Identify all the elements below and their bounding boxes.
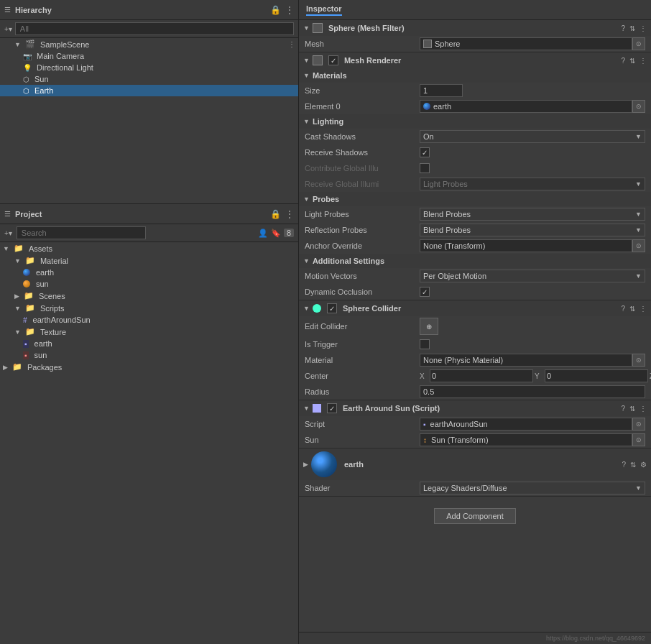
contribute-gi-checkbox[interactable] [420, 163, 430, 173]
script-settings[interactable]: ⇅ [629, 405, 635, 413]
project-item-texture[interactable]: ▼ 📁 Texture [0, 326, 298, 338]
hierarchy-item-maincamera[interactable]: 📷 Main Camera [0, 50, 298, 62]
hierarchy-menu-icon[interactable]: ⋮ [285, 5, 294, 15]
size-label: Size [305, 86, 420, 95]
anchor-override-target[interactable]: ⊙ [632, 239, 645, 252]
collider-toggle[interactable] [327, 303, 337, 313]
probes-section[interactable]: ▼ Probes [299, 192, 651, 206]
material-help[interactable]: ? [622, 461, 626, 469]
script-help[interactable]: ? [621, 405, 625, 413]
project-item-assets[interactable]: ▼ 📁 Assets [0, 242, 298, 254]
mesh-filter-settings[interactable]: ⇅ [629, 24, 635, 32]
center-x-label: X [420, 372, 428, 380]
collider-material-field[interactable]: None (Physic Material) [420, 354, 632, 367]
project-badge: 8 [284, 229, 294, 237]
project-item-scenes[interactable]: ▶ 📁 Scenes [0, 290, 298, 302]
inspector-tab[interactable]: Inspector [306, 4, 342, 16]
add-component-button[interactable]: Add Component [434, 508, 516, 524]
materials-section[interactable]: ▼ Materials [299, 68, 651, 83]
project-icon1[interactable]: 👤 [258, 229, 268, 238]
project-add-button[interactable]: +▾ [4, 229, 12, 237]
hierarchy-item-sun[interactable]: ⬡ Sun [0, 73, 298, 85]
project-item-scripts[interactable]: ▼ 📁 Scripts [0, 302, 298, 314]
mesh-value-field[interactable]: Sphere [420, 37, 632, 50]
motion-vectors-arrow: ▼ [635, 272, 642, 280]
lighting-section[interactable]: ▼ Lighting [299, 114, 651, 129]
project-item-packages[interactable]: ▶ 📁 Packages [0, 361, 298, 373]
reflection-probes-arrow: ▼ [635, 226, 642, 234]
project-item-sun-material[interactable]: sun [0, 278, 298, 290]
script-menu[interactable]: ⋮ [640, 405, 647, 413]
hierarchy-search-input[interactable] [15, 22, 294, 35]
project-item-earth-texture[interactable]: ▪ earth [0, 338, 298, 349]
mesh-renderer-toggle[interactable] [328, 55, 338, 65]
cast-shadows-dropdown[interactable]: On ▼ [420, 130, 645, 143]
dynamic-occlusion-checkbox[interactable] [420, 287, 430, 297]
sun-target[interactable]: ⊙ [632, 433, 645, 446]
shader-value: Legacy Shaders/Diffuse [423, 484, 507, 492]
center-y-field[interactable] [545, 369, 648, 382]
reflection-probes-dropdown[interactable]: Blend Probes ▼ [420, 224, 645, 236]
hierarchy-item-earth[interactable]: ⬡ Earth [0, 85, 298, 96]
element0-target[interactable]: ⊙ [632, 100, 645, 113]
edit-collider-button[interactable]: ⊕ [420, 318, 438, 335]
shader-label: Shader [305, 484, 420, 492]
collider-material-prop: Material None (Physic Material) ⊙ [299, 352, 651, 368]
is-trigger-checkbox[interactable] [420, 339, 430, 349]
hierarchy-item-samplescene[interactable]: ▼ 🎬 SampleScene ⋮ [0, 38, 298, 50]
radius-label: Radius [305, 387, 420, 396]
mesh-renderer-menu[interactable]: ⋮ [640, 57, 647, 65]
element0-field[interactable]: earth [420, 100, 632, 113]
sphere-collider-header[interactable]: ▼ Sphere Collider ? ⇅ ⋮ [299, 300, 651, 316]
motion-vectors-dropdown[interactable]: Per Object Motion ▼ [420, 270, 645, 282]
collider-help[interactable]: ? [621, 305, 625, 313]
project-item-sun-texture[interactable]: ▪ sun [0, 349, 298, 361]
mesh-filter-title: Sphere (Mesh Filter) [328, 24, 619, 32]
additional-settings-section[interactable]: ▼ Additional Settings [299, 254, 651, 268]
hierarchy-lock-icon[interactable]: 🔒 [270, 5, 281, 15]
collider-material-target[interactable]: ⊙ [632, 354, 645, 367]
hierarchy-item-directionallight[interactable]: 💡 Directional Light [0, 62, 298, 73]
shader-prop: Shader Legacy Shaders/Diffuse ▼ [299, 480, 651, 496]
receive-gi-prop: Receive Global Illumi Light Probes ▼ [299, 176, 651, 192]
mesh-renderer-header[interactable]: ▼ Mesh Renderer ? ⇅ ⋮ [299, 52, 651, 68]
script-toggle[interactable] [327, 403, 337, 413]
reflection-probes-prop: Reflection Probes Blend Probes ▼ [299, 222, 651, 238]
anchor-override-field[interactable]: None (Transform) [420, 239, 632, 252]
project-menu-icon[interactable]: ⋮ [285, 209, 294, 219]
project-lock-icon[interactable]: 🔒 [270, 209, 281, 219]
inspector-content: ▼ Sphere (Mesh Filter) ? ⇅ ⋮ Mesh Sphere… [299, 20, 651, 632]
mesh-filter-header[interactable]: ▼ Sphere (Mesh Filter) ? ⇅ ⋮ [299, 20, 651, 36]
bottom-bar: https://blog.csdn.net/qq_46649692 [299, 632, 651, 644]
script-target[interactable]: ⊙ [632, 418, 645, 431]
project-item-material[interactable]: ▼ 📁 Material [0, 254, 298, 267]
receive-gi-dropdown[interactable]: Light Probes ▼ [420, 178, 645, 190]
light-probes-label: Light Probes [305, 210, 420, 218]
project-item-earth-material[interactable]: earth [0, 267, 298, 278]
script-field[interactable]: ▪ earthAroundSun [420, 418, 632, 431]
anchor-override-prop: Anchor Override None (Transform) ⊙ [299, 238, 651, 254]
material-settings[interactable]: ⇅ [630, 461, 636, 469]
mesh-filter-menu[interactable]: ⋮ [640, 24, 647, 32]
collider-settings[interactable]: ⇅ [629, 305, 635, 313]
sun-field[interactable]: ↕ Sun (Transform) [420, 433, 632, 446]
center-x-field[interactable] [430, 369, 533, 382]
project-icon2[interactable]: 🔖 [271, 229, 281, 238]
light-probes-dropdown[interactable]: Blend Probes ▼ [420, 208, 645, 221]
project-search-input[interactable] [17, 226, 146, 239]
shader-dropdown[interactable]: Legacy Shaders/Diffuse ▼ [420, 482, 645, 494]
mesh-renderer-help[interactable]: ? [621, 57, 625, 65]
earth-script-header[interactable]: ▼ Earth Around Sun (Script) ? ⇅ ⋮ [299, 400, 651, 416]
mesh-filter-help[interactable]: ? [621, 24, 625, 32]
material-gear[interactable]: ⚙ [640, 461, 647, 469]
edit-collider-icon: ⊕ [426, 323, 432, 331]
size-field[interactable] [420, 84, 463, 97]
mesh-target-btn[interactable]: ⊙ [632, 37, 645, 50]
radius-field[interactable] [420, 385, 645, 398]
earth-material-header[interactable]: ▶ earth ? ⇅ ⚙ [299, 448, 651, 480]
script-label: Script [305, 420, 420, 428]
receive-shadows-checkbox[interactable] [420, 147, 430, 157]
mesh-renderer-settings[interactable]: ⇅ [629, 57, 635, 65]
collider-menu[interactable]: ⋮ [640, 305, 647, 313]
project-item-eartharoundsun[interactable]: # earthAroundSun [0, 314, 298, 326]
